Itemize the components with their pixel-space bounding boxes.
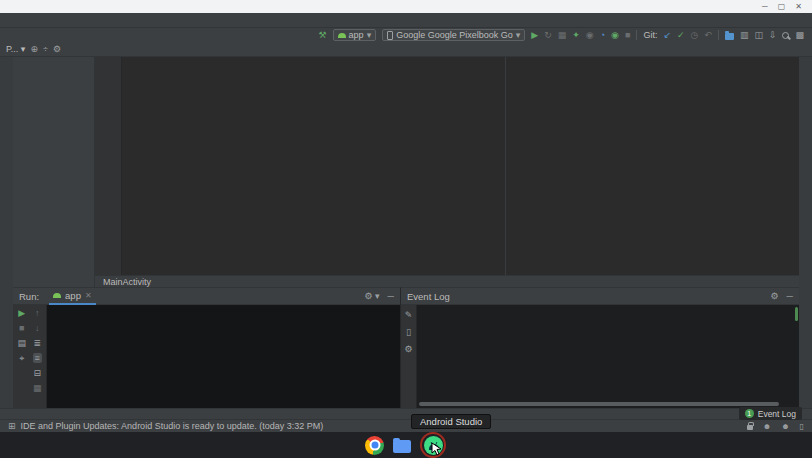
right-margin-guide bbox=[505, 57, 506, 275]
vertical-scrollbar[interactable] bbox=[795, 307, 798, 321]
run-toolbar: ▶ ■ ▤ ⌖ ↑ ↓ ≣ ≡ ⊟ ▦ bbox=[13, 305, 47, 409]
gear-icon[interactable]: ⚙ bbox=[53, 44, 61, 54]
notification-badge: 1 bbox=[745, 409, 754, 418]
status-bar: ⊞ IDE and Plugin Updates: Android Studio… bbox=[0, 419, 812, 432]
chromeos-shelf: US 3 5:41 bbox=[0, 432, 812, 458]
layout-inspector-button[interactable]: ▥ bbox=[740, 30, 749, 40]
run-panel: Run: app ✕ ⚙ ▾ ─ ▶ ■ ▤ ⌖ ↑ ↓ ≣ ≡ ⊟ ▦ bbox=[13, 287, 400, 408]
event-log-header: Event Log ⚙ ─ bbox=[401, 288, 799, 305]
print-icon[interactable]: ⊟ bbox=[33, 368, 41, 378]
emoji-indicator-icon[interactable]: ☻ bbox=[781, 422, 789, 431]
search-icon[interactable] bbox=[782, 32, 789, 39]
device-icon bbox=[387, 31, 393, 40]
settings-wrench-icon[interactable]: ⚙ bbox=[404, 344, 412, 354]
gear-icon[interactable]: ⚙ bbox=[771, 291, 779, 301]
chrome-icon[interactable] bbox=[365, 436, 384, 455]
code-editor[interactable] bbox=[95, 57, 786, 275]
project-panel-header: P... ▾ ⊕ ÷ ⚙ bbox=[0, 42, 95, 56]
tooltip: Android Studio bbox=[411, 414, 491, 429]
main-toolbar: ⚒ app ▾ Google Google Pixelbook Go ▾ ▶ ↻… bbox=[0, 28, 812, 42]
git-label: Git: bbox=[643, 30, 657, 40]
close-icon[interactable]: ✕ bbox=[85, 291, 92, 300]
files-app-icon[interactable] bbox=[393, 440, 411, 453]
chevron-down-icon: ▾ bbox=[516, 30, 521, 40]
device-file-explorer-icon[interactable] bbox=[725, 33, 734, 40]
up-stack-icon[interactable]: ↑ bbox=[35, 308, 40, 318]
clear-console-icon[interactable]: ▦ bbox=[33, 383, 42, 393]
editor-breadcrumb-bar: MainActivity bbox=[95, 275, 799, 287]
run-panel-title: Run: bbox=[19, 291, 39, 302]
coverage-button[interactable]: ▦ bbox=[558, 30, 567, 40]
chevron-down-icon: ▾ bbox=[367, 30, 372, 40]
notifications-button[interactable]: ▩ bbox=[795, 30, 804, 40]
rerun-button[interactable]: ▶ bbox=[18, 308, 25, 318]
window-close-button[interactable]: ✕ bbox=[795, 3, 802, 11]
run-panel-header: Run: app ✕ ⚙ ▾ ─ bbox=[13, 288, 400, 305]
gear-icon[interactable]: ⚙ ▾ bbox=[365, 291, 380, 301]
restore-layout-icon[interactable]: ▤ bbox=[17, 338, 26, 348]
left-tool-stripe bbox=[0, 57, 13, 408]
menu-bar bbox=[0, 13, 812, 28]
scroll-to-end-icon[interactable]: ≡ bbox=[33, 353, 42, 363]
status-icon: ⊞ bbox=[8, 421, 16, 431]
restart-button[interactable]: ↻ bbox=[544, 30, 552, 40]
toolbar-divider bbox=[718, 30, 719, 40]
build-hammer-icon[interactable]: ⚒ bbox=[319, 30, 327, 40]
attach-debugger-button[interactable]: ◉ bbox=[586, 30, 594, 40]
tool-window-bar bbox=[0, 408, 812, 419]
right-tool-stripe bbox=[799, 57, 812, 408]
stop-button[interactable]: ■ bbox=[19, 323, 24, 333]
edit-icon[interactable]: ✎ bbox=[405, 310, 413, 320]
pin-icon[interactable]: ⌖ bbox=[19, 353, 24, 364]
event-log-toolbar: ✎ ▯ ⚙ bbox=[401, 305, 417, 409]
minimize-panel-icon[interactable]: ─ bbox=[787, 291, 793, 301]
device-select[interactable]: Google Google Pixelbook Go ▾ bbox=[382, 29, 525, 41]
heap-indicator-icon[interactable]: ▯ bbox=[800, 422, 804, 431]
git-history-button[interactable]: ◷ bbox=[691, 30, 699, 40]
readonly-lock-icon[interactable] bbox=[747, 425, 753, 430]
run-button[interactable]: ▶ bbox=[531, 30, 538, 40]
mouse-cursor-icon bbox=[431, 442, 443, 456]
window-maximize-button[interactable]: ▢ bbox=[778, 3, 786, 11]
down-stack-icon[interactable]: ↓ bbox=[35, 323, 40, 333]
git-update-button[interactable]: ↙ bbox=[663, 30, 671, 40]
run-profile-button[interactable]: ◉ bbox=[611, 30, 619, 40]
run-tab-app[interactable]: app ✕ bbox=[49, 288, 96, 305]
status-message: IDE and Plugin Updates: Android Studio i… bbox=[21, 421, 324, 431]
locate-file-icon[interactable]: ⊕ bbox=[30, 44, 38, 54]
event-log-button[interactable]: 1 Event Log bbox=[739, 407, 802, 420]
run-console[interactable] bbox=[47, 305, 400, 409]
device-value: Google Google Pixelbook Go bbox=[396, 30, 513, 40]
editor-error-stripe[interactable] bbox=[786, 57, 799, 275]
project-selector[interactable]: P... ▾ bbox=[6, 44, 25, 54]
git-rollback-button[interactable]: ↶ bbox=[704, 30, 712, 40]
event-log-panel: Event Log ⚙ ─ ✎ ▯ ⚙ bbox=[400, 287, 799, 408]
run-config-select[interactable]: app ▾ bbox=[333, 29, 377, 41]
event-log-title: Event Log bbox=[407, 291, 450, 302]
toolbar-divider bbox=[636, 30, 637, 40]
run-tab-label: app bbox=[65, 290, 81, 301]
window-titlebar: ─ ▢ ✕ bbox=[0, 0, 812, 13]
trash-icon[interactable]: ▯ bbox=[406, 327, 411, 337]
sdk-manager-button[interactable]: ⇩ bbox=[769, 30, 777, 40]
event-log-button-label: Event Log bbox=[758, 409, 796, 419]
git-commit-button[interactable]: ✓ bbox=[677, 30, 685, 40]
horizontal-scrollbar[interactable] bbox=[419, 402, 779, 406]
stop-button[interactable]: ■ bbox=[625, 30, 630, 40]
soft-wrap-icon[interactable]: ≣ bbox=[33, 338, 41, 348]
editor-tab-bar: P... ▾ ⊕ ÷ ⚙ bbox=[0, 42, 812, 57]
window-minimize-button[interactable]: ─ bbox=[762, 3, 768, 11]
android-studio-shelf-item[interactable] bbox=[420, 432, 447, 458]
minimize-panel-icon[interactable]: ─ bbox=[388, 291, 394, 301]
run-config-value: app bbox=[349, 30, 364, 40]
event-log-entries[interactable] bbox=[417, 305, 799, 409]
collapse-all-icon[interactable]: ÷ bbox=[43, 44, 48, 54]
project-tree-panel bbox=[13, 57, 95, 287]
emoji-indicator-icon[interactable]: ☻ bbox=[763, 422, 771, 431]
profiler-button[interactable]: ◔ bbox=[600, 30, 605, 40]
apply-changes-button[interactable]: ✦ bbox=[572, 30, 580, 40]
breadcrumb-class[interactable]: MainActivity bbox=[103, 277, 151, 287]
avd-manager-button[interactable]: ◫ bbox=[754, 30, 763, 40]
android-icon bbox=[53, 293, 61, 298]
android-icon bbox=[338, 33, 346, 38]
